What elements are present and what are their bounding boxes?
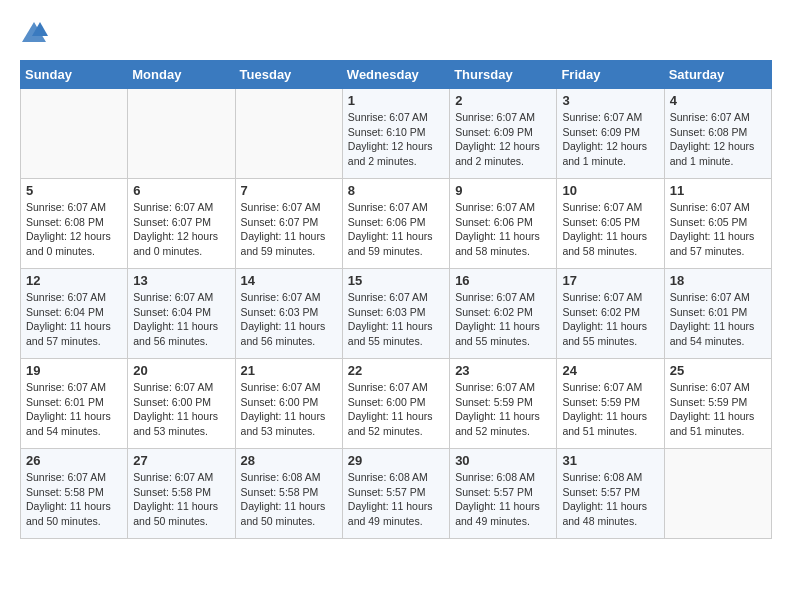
calendar-cell: 11Sunrise: 6:07 AM Sunset: 6:05 PM Dayli…: [664, 179, 771, 269]
header-cell-wednesday: Wednesday: [342, 61, 449, 89]
calendar-cell: [664, 449, 771, 539]
day-info: Sunrise: 6:08 AM Sunset: 5:57 PM Dayligh…: [562, 470, 658, 529]
day-number: 21: [241, 363, 337, 378]
day-number: 26: [26, 453, 122, 468]
day-number: 12: [26, 273, 122, 288]
calendar-cell: 20Sunrise: 6:07 AM Sunset: 6:00 PM Dayli…: [128, 359, 235, 449]
day-info: Sunrise: 6:07 AM Sunset: 6:09 PM Dayligh…: [455, 110, 551, 169]
header-cell-thursday: Thursday: [450, 61, 557, 89]
header-cell-monday: Monday: [128, 61, 235, 89]
day-number: 23: [455, 363, 551, 378]
calendar-cell: 22Sunrise: 6:07 AM Sunset: 6:00 PM Dayli…: [342, 359, 449, 449]
week-row-1: 1Sunrise: 6:07 AM Sunset: 6:10 PM Daylig…: [21, 89, 772, 179]
calendar-cell: 15Sunrise: 6:07 AM Sunset: 6:03 PM Dayli…: [342, 269, 449, 359]
calendar-header: SundayMondayTuesdayWednesdayThursdayFrid…: [21, 61, 772, 89]
day-number: 17: [562, 273, 658, 288]
day-number: 6: [133, 183, 229, 198]
calendar-cell: 27Sunrise: 6:07 AM Sunset: 5:58 PM Dayli…: [128, 449, 235, 539]
day-info: Sunrise: 6:07 AM Sunset: 6:03 PM Dayligh…: [348, 290, 444, 349]
day-number: 11: [670, 183, 766, 198]
calendar-cell: [128, 89, 235, 179]
day-number: 30: [455, 453, 551, 468]
calendar-cell: 16Sunrise: 6:07 AM Sunset: 6:02 PM Dayli…: [450, 269, 557, 359]
day-number: 3: [562, 93, 658, 108]
day-info: Sunrise: 6:07 AM Sunset: 5:59 PM Dayligh…: [455, 380, 551, 439]
day-info: Sunrise: 6:07 AM Sunset: 6:04 PM Dayligh…: [26, 290, 122, 349]
calendar-cell: [235, 89, 342, 179]
day-info: Sunrise: 6:07 AM Sunset: 5:59 PM Dayligh…: [562, 380, 658, 439]
calendar-cell: 4Sunrise: 6:07 AM Sunset: 6:08 PM Daylig…: [664, 89, 771, 179]
day-number: 10: [562, 183, 658, 198]
calendar-cell: 17Sunrise: 6:07 AM Sunset: 6:02 PM Dayli…: [557, 269, 664, 359]
day-number: 13: [133, 273, 229, 288]
calendar-cell: 13Sunrise: 6:07 AM Sunset: 6:04 PM Dayli…: [128, 269, 235, 359]
calendar-cell: 12Sunrise: 6:07 AM Sunset: 6:04 PM Dayli…: [21, 269, 128, 359]
day-info: Sunrise: 6:07 AM Sunset: 6:07 PM Dayligh…: [133, 200, 229, 259]
calendar-cell: 19Sunrise: 6:07 AM Sunset: 6:01 PM Dayli…: [21, 359, 128, 449]
calendar-cell: 23Sunrise: 6:07 AM Sunset: 5:59 PM Dayli…: [450, 359, 557, 449]
day-info: Sunrise: 6:07 AM Sunset: 6:07 PM Dayligh…: [241, 200, 337, 259]
day-number: 24: [562, 363, 658, 378]
calendar-cell: 21Sunrise: 6:07 AM Sunset: 6:00 PM Dayli…: [235, 359, 342, 449]
day-number: 5: [26, 183, 122, 198]
calendar-cell: 1Sunrise: 6:07 AM Sunset: 6:10 PM Daylig…: [342, 89, 449, 179]
week-row-5: 26Sunrise: 6:07 AM Sunset: 5:58 PM Dayli…: [21, 449, 772, 539]
day-info: Sunrise: 6:07 AM Sunset: 6:00 PM Dayligh…: [348, 380, 444, 439]
day-info: Sunrise: 6:07 AM Sunset: 6:06 PM Dayligh…: [455, 200, 551, 259]
calendar-cell: 9Sunrise: 6:07 AM Sunset: 6:06 PM Daylig…: [450, 179, 557, 269]
day-number: 22: [348, 363, 444, 378]
day-info: Sunrise: 6:07 AM Sunset: 6:00 PM Dayligh…: [241, 380, 337, 439]
calendar-table: SundayMondayTuesdayWednesdayThursdayFrid…: [20, 60, 772, 539]
day-number: 31: [562, 453, 658, 468]
day-info: Sunrise: 6:07 AM Sunset: 6:08 PM Dayligh…: [670, 110, 766, 169]
calendar-cell: 30Sunrise: 6:08 AM Sunset: 5:57 PM Dayli…: [450, 449, 557, 539]
week-row-2: 5Sunrise: 6:07 AM Sunset: 6:08 PM Daylig…: [21, 179, 772, 269]
calendar-cell: 14Sunrise: 6:07 AM Sunset: 6:03 PM Dayli…: [235, 269, 342, 359]
calendar-cell: 24Sunrise: 6:07 AM Sunset: 5:59 PM Dayli…: [557, 359, 664, 449]
day-info: Sunrise: 6:07 AM Sunset: 6:01 PM Dayligh…: [26, 380, 122, 439]
day-info: Sunrise: 6:07 AM Sunset: 5:59 PM Dayligh…: [670, 380, 766, 439]
day-info: Sunrise: 6:08 AM Sunset: 5:57 PM Dayligh…: [348, 470, 444, 529]
day-number: 25: [670, 363, 766, 378]
header-cell-saturday: Saturday: [664, 61, 771, 89]
day-number: 15: [348, 273, 444, 288]
day-info: Sunrise: 6:07 AM Sunset: 6:10 PM Dayligh…: [348, 110, 444, 169]
day-number: 1: [348, 93, 444, 108]
day-number: 4: [670, 93, 766, 108]
header-cell-sunday: Sunday: [21, 61, 128, 89]
calendar-cell: 6Sunrise: 6:07 AM Sunset: 6:07 PM Daylig…: [128, 179, 235, 269]
day-info: Sunrise: 6:07 AM Sunset: 6:05 PM Dayligh…: [562, 200, 658, 259]
day-info: Sunrise: 6:07 AM Sunset: 6:02 PM Dayligh…: [455, 290, 551, 349]
day-info: Sunrise: 6:07 AM Sunset: 6:02 PM Dayligh…: [562, 290, 658, 349]
day-info: Sunrise: 6:07 AM Sunset: 5:58 PM Dayligh…: [133, 470, 229, 529]
calendar-cell: 7Sunrise: 6:07 AM Sunset: 6:07 PM Daylig…: [235, 179, 342, 269]
calendar-cell: [21, 89, 128, 179]
day-number: 8: [348, 183, 444, 198]
day-info: Sunrise: 6:08 AM Sunset: 5:58 PM Dayligh…: [241, 470, 337, 529]
week-row-3: 12Sunrise: 6:07 AM Sunset: 6:04 PM Dayli…: [21, 269, 772, 359]
day-info: Sunrise: 6:07 AM Sunset: 6:04 PM Dayligh…: [133, 290, 229, 349]
day-number: 16: [455, 273, 551, 288]
calendar-cell: 25Sunrise: 6:07 AM Sunset: 5:59 PM Dayli…: [664, 359, 771, 449]
day-number: 20: [133, 363, 229, 378]
day-info: Sunrise: 6:07 AM Sunset: 6:03 PM Dayligh…: [241, 290, 337, 349]
day-number: 7: [241, 183, 337, 198]
day-number: 29: [348, 453, 444, 468]
day-info: Sunrise: 6:07 AM Sunset: 5:58 PM Dayligh…: [26, 470, 122, 529]
calendar-cell: 18Sunrise: 6:07 AM Sunset: 6:01 PM Dayli…: [664, 269, 771, 359]
day-number: 2: [455, 93, 551, 108]
day-number: 18: [670, 273, 766, 288]
day-info: Sunrise: 6:07 AM Sunset: 6:06 PM Dayligh…: [348, 200, 444, 259]
day-info: Sunrise: 6:07 AM Sunset: 6:05 PM Dayligh…: [670, 200, 766, 259]
calendar-cell: 3Sunrise: 6:07 AM Sunset: 6:09 PM Daylig…: [557, 89, 664, 179]
calendar-cell: 28Sunrise: 6:08 AM Sunset: 5:58 PM Dayli…: [235, 449, 342, 539]
day-number: 14: [241, 273, 337, 288]
week-row-4: 19Sunrise: 6:07 AM Sunset: 6:01 PM Dayli…: [21, 359, 772, 449]
day-info: Sunrise: 6:08 AM Sunset: 5:57 PM Dayligh…: [455, 470, 551, 529]
page-header: [20, 20, 772, 44]
logo-icon: [20, 20, 48, 44]
day-number: 19: [26, 363, 122, 378]
calendar-cell: 5Sunrise: 6:07 AM Sunset: 6:08 PM Daylig…: [21, 179, 128, 269]
day-number: 9: [455, 183, 551, 198]
day-number: 27: [133, 453, 229, 468]
